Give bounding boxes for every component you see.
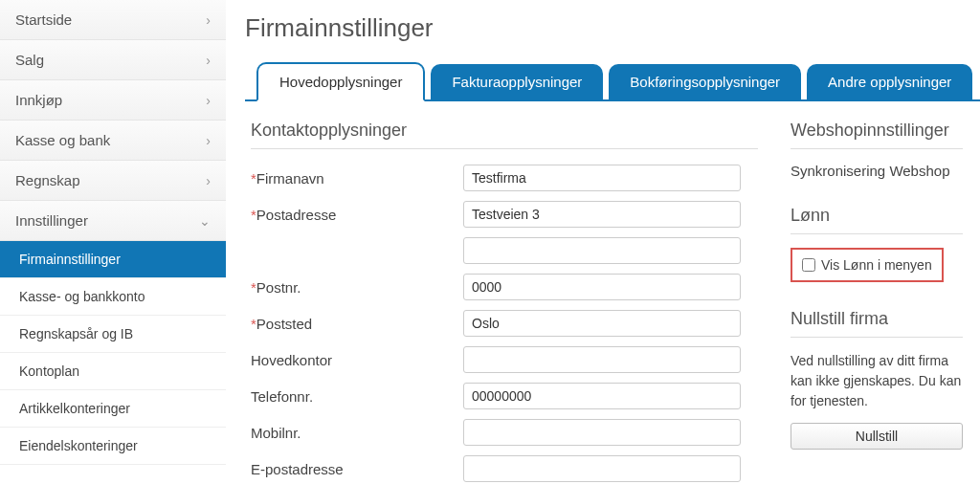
- divider: [791, 337, 963, 338]
- postadresse-input[interactable]: [463, 201, 741, 228]
- chevron-right-icon: ›: [206, 12, 211, 28]
- postnr-label: *Postnr.: [251, 279, 463, 296]
- lonn-checkbox-label: Vis Lønn i menyen: [821, 257, 932, 273]
- telefon-input[interactable]: [463, 383, 741, 409]
- postnr-input[interactable]: [463, 274, 741, 300]
- tab-bokforingsopplysninger[interactable]: Bokføringsopplysninger: [609, 64, 801, 99]
- main-content: Firmainnstillinger Hovedopplysninger Fak…: [226, 0, 980, 484]
- hovedkontor-label: Hovedkontor: [251, 352, 463, 368]
- sidebar-item-label: Salg: [15, 52, 44, 68]
- webshop-title: Webshopinnstillinger: [791, 121, 963, 141]
- sidebar-item-label: Kasse og bank: [15, 132, 110, 148]
- firmanavn-label: *Firmanavn: [251, 170, 463, 187]
- sidebar-item-label: Innkjøp: [15, 92, 62, 108]
- sidebar-sub-kontoplan[interactable]: Kontoplan: [0, 353, 226, 390]
- sidebar-sub-kasse-bankkonto[interactable]: Kasse- og bankkonto: [0, 278, 226, 316]
- divider: [251, 148, 758, 149]
- postadresse-label: *Postadresse: [251, 207, 463, 223]
- chevron-down-icon: ⌄: [199, 213, 211, 229]
- telefon-label: Telefonnr.: [251, 388, 463, 405]
- sidebar-item-label: Startside: [15, 11, 72, 28]
- sidebar-item-label: Regnskap: [15, 172, 80, 188]
- tab-fakturaopplysninger[interactable]: Fakturaopplysninger: [431, 64, 603, 99]
- webshop-section: Webshopinnstillinger Synkronisering Webs…: [791, 121, 963, 179]
- postadresse2-input[interactable]: [463, 237, 741, 264]
- sidebar-sub-firmainnstillinger[interactable]: Firmainnstillinger: [0, 241, 226, 278]
- sidebar-item-salg[interactable]: Salg ›: [0, 40, 226, 80]
- page-title: Firmainnstillinger: [245, 13, 980, 43]
- sidebar-sub-regnskapsaar-ib[interactable]: Regnskapsår og IB: [0, 316, 226, 353]
- sidebar-item-regnskap[interactable]: Regnskap ›: [0, 161, 226, 201]
- sidebar-item-startside[interactable]: Startside ›: [0, 0, 226, 40]
- chevron-right-icon: ›: [206, 173, 211, 188]
- sidebar-sub-artikkelkonteringer[interactable]: Artikkelkonteringer: [0, 390, 226, 428]
- sidebar-item-label: Innstillinger: [15, 212, 88, 229]
- tab-hovedopplysninger[interactable]: Hovedopplysninger: [256, 62, 425, 101]
- sidebar-item-kasse-og-bank[interactable]: Kasse og bank ›: [0, 121, 226, 161]
- right-column: Webshopinnstillinger Synkronisering Webs…: [762, 121, 963, 484]
- tab-content: Kontaktopplysninger *Firmanavn *Postadre…: [245, 121, 980, 484]
- poststed-label: *Poststed: [251, 316, 463, 332]
- reset-title: Nullstill firma: [791, 309, 963, 329]
- reset-section: Nullstill firma Ved nullstilling av ditt…: [791, 309, 963, 450]
- epost-label: E-postadresse: [251, 461, 463, 477]
- epost-input[interactable]: [463, 455, 741, 482]
- mobil-label: Mobilnr.: [251, 425, 463, 441]
- contact-section: Kontaktopplysninger *Firmanavn *Postadre…: [245, 121, 762, 484]
- reset-button[interactable]: Nullstill: [791, 423, 963, 450]
- sidebar-item-innstillinger[interactable]: Innstillinger ⌄: [0, 201, 226, 241]
- firmanavn-input[interactable]: [463, 165, 741, 191]
- sidebar: Startside › Salg › Innkjøp › Kasse og ba…: [0, 0, 226, 484]
- sidebar-item-innkjop[interactable]: Innkjøp ›: [0, 80, 226, 121]
- sidebar-subitems: Firmainnstillinger Kasse- og bankkonto R…: [0, 241, 226, 465]
- lonn-title: Lønn: [791, 206, 963, 226]
- mobil-input[interactable]: [463, 419, 741, 446]
- chevron-right-icon: ›: [206, 53, 211, 68]
- reset-description: Ved nullstilling av ditt firma kan ikke …: [791, 351, 963, 411]
- sidebar-sub-eiendelskonteringer[interactable]: Eiendelskonteringer: [0, 428, 226, 465]
- divider: [791, 233, 963, 234]
- lonn-checkbox-highlight: Vis Lønn i menyen: [791, 248, 944, 282]
- lonn-checkbox[interactable]: [802, 258, 815, 272]
- divider: [791, 148, 963, 149]
- hovedkontor-input[interactable]: [463, 346, 741, 373]
- tab-andre-opplysninger[interactable]: Andre opplysninger: [807, 64, 972, 99]
- contact-section-title: Kontaktopplysninger: [251, 121, 762, 141]
- poststed-input[interactable]: [463, 310, 741, 337]
- lonn-section: Lønn Vis Lønn i menyen: [791, 206, 963, 282]
- webshop-sync-link[interactable]: Synkronisering Webshop: [791, 163, 963, 179]
- chevron-right-icon: ›: [206, 93, 211, 108]
- chevron-right-icon: ›: [206, 133, 211, 148]
- tabs: Hovedopplysninger Fakturaopplysninger Bo…: [245, 62, 980, 101]
